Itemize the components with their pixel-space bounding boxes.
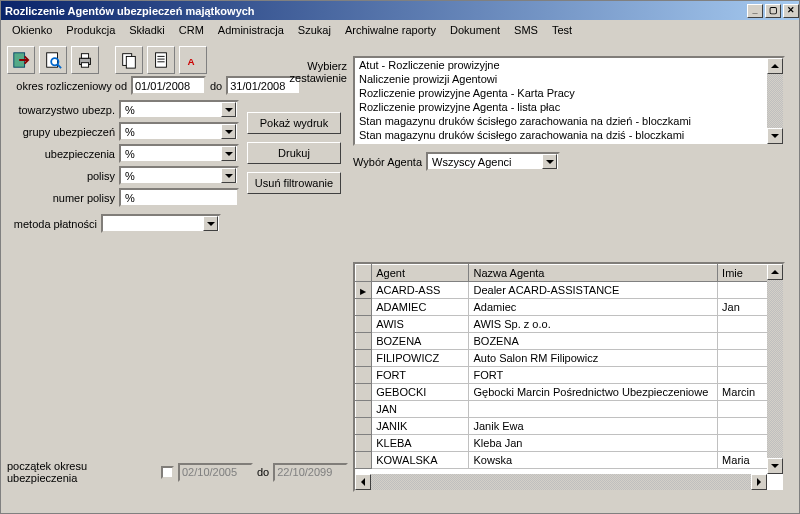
group-label: grupy ubezpieczeń	[7, 126, 115, 138]
menu-dokument[interactable]: Dokument	[443, 22, 507, 38]
table-row[interactable]: JANIKJanik Ewa	[356, 418, 783, 435]
grid-header[interactable]: Agent	[372, 265, 469, 282]
company-combo[interactable]: %	[119, 100, 239, 119]
grid-cell: KLEBA	[372, 435, 469, 452]
report-list-item[interactable]: Stan magazynu druków ścisłego zarachowan…	[355, 128, 783, 142]
menu-sms[interactable]: SMS	[507, 22, 545, 38]
menubar: Okienko Produkcja Składki CRM Administra…	[1, 20, 799, 40]
table-row[interactable]: AWISAWIS Sp. z o.o.	[356, 316, 783, 333]
scroll-right-icon[interactable]	[751, 474, 767, 490]
ins-start-chk[interactable]	[161, 466, 174, 479]
chevron-down-icon[interactable]	[221, 146, 236, 161]
company-label: towarzystwo ubezp.	[7, 104, 115, 116]
grid-cell: BOZENA	[469, 333, 718, 350]
report-listbox[interactable]: Atut - Rozliczenie prowizyjneNaliczenie …	[353, 56, 785, 146]
menu-szukaj[interactable]: Szukaj	[291, 22, 338, 38]
window-buttons: _ ▢ ✕	[745, 4, 799, 18]
menu-archiwalne[interactable]: Archiwalne raporty	[338, 22, 443, 38]
chevron-down-icon[interactable]	[542, 154, 557, 169]
table-row[interactable]: FORTFORT	[356, 367, 783, 384]
clear-filter-button[interactable]: Usuń filtrowanie	[247, 172, 341, 194]
svg-text:A: A	[188, 56, 195, 67]
minimize-button[interactable]: _	[747, 4, 763, 18]
grid-cell: Auto Salon RM Filipowicz	[469, 350, 718, 367]
table-row[interactable]: KLEBAKleba Jan	[356, 435, 783, 452]
menu-produkcja[interactable]: Produkcja	[59, 22, 122, 38]
grid-cell: FORT	[469, 367, 718, 384]
menu-skladki[interactable]: Składki	[122, 22, 171, 38]
print-button[interactable]: Drukuj	[247, 142, 341, 164]
grid-cell: AWIS Sp. z o.o.	[469, 316, 718, 333]
scroll-left-icon[interactable]	[355, 474, 371, 490]
scroll-up-icon[interactable]	[767, 264, 783, 280]
chevron-down-icon[interactable]	[203, 216, 218, 231]
grid-cell: Adamiec	[469, 299, 718, 316]
grid-header[interactable]: Nazwa Agenta	[469, 265, 718, 282]
grid-vscroll[interactable]	[767, 264, 783, 474]
grid-cell: FORT	[372, 367, 469, 384]
menu-test[interactable]: Test	[545, 22, 579, 38]
grid-cell: Kleba Jan	[469, 435, 718, 452]
titlebar: Rozliczenie Agentów ubezpieczeń majątkow…	[1, 1, 799, 20]
grid-cell: AWIS	[372, 316, 469, 333]
select-report-label: Wybierz zestawienie	[251, 60, 347, 84]
table-row[interactable]: KOWALSKAKowskaMaria	[356, 452, 783, 469]
report-list-item[interactable]: Naliczenie prowizji Agentowi	[355, 72, 783, 86]
chevron-down-icon[interactable]	[221, 124, 236, 139]
table-row[interactable]: ADAMIECAdamiecJan	[356, 299, 783, 316]
print-icon[interactable]	[71, 46, 99, 74]
filter-block: towarzystwo ubezp.% grupy ubezpieczeń% u…	[7, 100, 239, 210]
ins-start-label: początek okresu ubezpieczenia	[7, 460, 157, 484]
menu-crm[interactable]: CRM	[172, 22, 211, 38]
menu-okienko[interactable]: Okienko	[5, 22, 59, 38]
paymethod-combo[interactable]	[101, 214, 221, 233]
grid-cell: Kowska	[469, 452, 718, 469]
grid-cell: KOWALSKA	[372, 452, 469, 469]
exit-icon[interactable]	[7, 46, 35, 74]
agent-select-label: Wybór Agenta	[353, 156, 422, 168]
document-icon[interactable]	[147, 46, 175, 74]
window-title: Rozliczenie Agentów ubezpieczeń majątkow…	[5, 5, 745, 17]
action-buttons: Pokaż wydruk Drukuj Usuń filtrowanie	[247, 112, 341, 194]
period-from-input[interactable]	[131, 76, 206, 95]
chevron-down-icon[interactable]	[221, 168, 236, 183]
report-list-item[interactable]: Atut - Rozliczenie prowizyjne	[355, 58, 783, 72]
copy-icon[interactable]	[115, 46, 143, 74]
show-preview-button[interactable]: Pokaż wydruk	[247, 112, 341, 134]
group-combo[interactable]: %	[119, 122, 239, 141]
report-list-item[interactable]: Stan magazynu druków ścisłego zarachowan…	[355, 142, 783, 146]
paymethod-row: metoda płatności	[7, 214, 221, 233]
svg-rect-5	[81, 54, 88, 59]
ins-start-from[interactable]	[178, 463, 253, 482]
scroll-down-icon[interactable]	[767, 128, 783, 144]
maximize-button[interactable]: ▢	[765, 4, 781, 18]
grid-hscroll[interactable]	[355, 474, 767, 490]
report-list-item[interactable]: Stan magazynu druków ścisłego zarachowan…	[355, 114, 783, 128]
period-to-label: do	[210, 80, 222, 92]
grid-cell: JANIK	[372, 418, 469, 435]
scroll-track[interactable]	[767, 74, 783, 128]
insurance-combo[interactable]: %	[119, 144, 239, 163]
table-row[interactable]: FILIPOWICZAuto Salon RM Filipowicz	[356, 350, 783, 367]
table-row[interactable]: GEBOCKIGębocki Marcin Pośrednictwo Ubezp…	[356, 384, 783, 401]
table-row[interactable]: BOZENABOZENA	[356, 333, 783, 350]
menu-administracja[interactable]: Administracja	[211, 22, 291, 38]
agent-select-combo[interactable]: Wszyscy Agenci	[426, 152, 560, 171]
chevron-down-icon[interactable]	[221, 102, 236, 117]
scroll-down-icon[interactable]	[767, 458, 783, 474]
policy-combo[interactable]: %	[119, 166, 239, 185]
grid-cell	[469, 401, 718, 418]
table-row[interactable]: ACARD-ASSDealer ACARD-ASSISTANCE	[356, 282, 783, 299]
scroll-up-icon[interactable]	[767, 58, 783, 74]
report-list-item[interactable]: Rozliczenie prowizyjne Agenta - Karta Pr…	[355, 86, 783, 100]
polno-field[interactable]: %	[119, 188, 239, 207]
grid-cell: Dealer ACARD-ASSISTANCE	[469, 282, 718, 299]
font-icon[interactable]: A	[179, 46, 207, 74]
ins-start-to[interactable]	[273, 463, 348, 482]
preview-icon[interactable]	[39, 46, 67, 74]
agents-grid[interactable]: AgentNazwa AgentaImieACARD-ASSDealer ACA…	[353, 262, 785, 492]
report-list-item[interactable]: Rozliczenie prowizyjne Agenta - lista pł…	[355, 100, 783, 114]
close-button[interactable]: ✕	[783, 4, 799, 18]
table-row[interactable]: JAN	[356, 401, 783, 418]
listbox-scrollbar[interactable]	[767, 58, 783, 144]
